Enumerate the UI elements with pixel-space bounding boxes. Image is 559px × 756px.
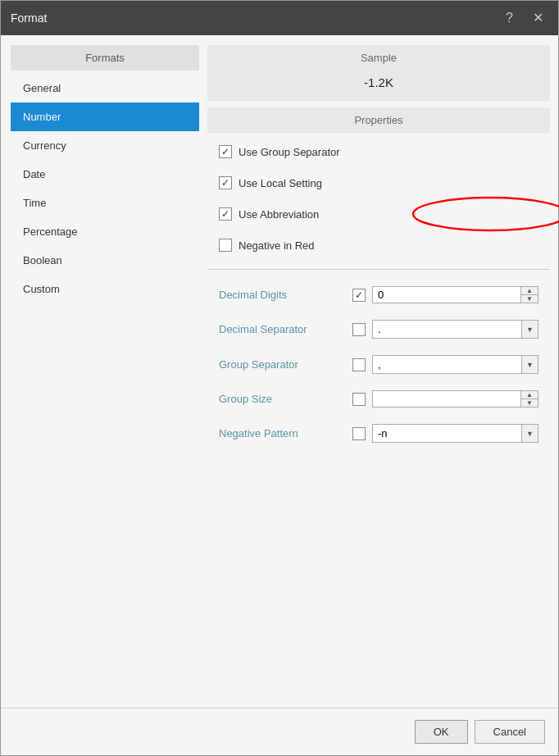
group-separator-label: Group Separator — [219, 358, 346, 371]
abbreviation-highlight — [411, 195, 559, 233]
title-bar: Format ? ✕ — [1, 1, 558, 35]
decimal-separator-control: . ▼ — [372, 320, 539, 339]
format-item-number[interactable]: Number — [11, 102, 199, 131]
dialog-footer: OK Cancel — [1, 708, 558, 755]
group-size-label: Group Size — [219, 393, 346, 405]
section-divider — [207, 269, 550, 270]
group-size-spinbox: ▲ ▼ — [372, 390, 539, 408]
checkbox-group-separator-input[interactable] — [219, 145, 232, 158]
decimal-separator-value: . — [373, 321, 521, 338]
close-button[interactable]: ✕ — [528, 10, 548, 26]
dialog-body: Formats General Number Currency Date Tim… — [1, 35, 558, 708]
negative-pattern-arrow[interactable]: ▼ — [521, 425, 538, 442]
negative-pattern-control: -n ▼ — [372, 424, 539, 443]
group-separator-checkbox[interactable] — [352, 358, 366, 371]
cancel-button[interactable]: Cancel — [475, 720, 545, 744]
checkbox-local-setting-input[interactable] — [219, 176, 232, 189]
decimal-digits-down[interactable]: ▼ — [521, 295, 538, 303]
checkbox-use-abbreviation: Use Abbreviation — [207, 202, 550, 226]
decimal-digits-up[interactable]: ▲ — [521, 287, 538, 295]
decimal-digits-input[interactable] — [373, 287, 520, 303]
checkbox-use-local-setting: Use Local Setting — [207, 171, 550, 195]
decimal-separator-dropdown: . ▼ — [372, 320, 539, 339]
negative-pattern-dropdown: -n ▼ — [372, 424, 539, 443]
group-size-arrows: ▲ ▼ — [520, 391, 538, 407]
group-size-down[interactable]: ▼ — [521, 399, 538, 407]
group-size-control: ▲ ▼ — [372, 390, 539, 408]
group-size-up[interactable]: ▲ — [521, 391, 538, 399]
decimal-digits-arrows: ▲ ▼ — [520, 287, 538, 303]
checkbox-abbreviation-input[interactable] — [219, 207, 232, 221]
format-item-currency[interactable]: Currency — [11, 131, 199, 160]
checkbox-group-separator-label: Use Group Separator — [239, 146, 340, 158]
decimal-separator-arrow[interactable]: ▼ — [521, 321, 538, 338]
group-size-checkbox[interactable] — [352, 393, 366, 406]
right-panel: Sample -1.2K Properties Use Group Separa… — [207, 45, 550, 698]
negative-pattern-value: -n — [373, 425, 521, 442]
ok-button[interactable]: OK — [415, 720, 468, 744]
group-size-input[interactable] — [373, 391, 520, 407]
format-item-time[interactable]: Time — [11, 189, 199, 217]
decimal-digits-control: ▲ ▼ — [372, 286, 539, 303]
decimal-digits-label: Decimal Digits — [219, 289, 346, 301]
sample-header: Sample — [220, 52, 537, 64]
sample-section: Sample -1.2K — [207, 45, 550, 101]
title-bar-buttons: ? ✕ — [501, 10, 548, 26]
negative-pattern-label: Negative Pattern — [219, 427, 346, 439]
svg-point-0 — [413, 198, 559, 230]
format-item-general[interactable]: General — [11, 74, 199, 102]
formats-panel: Formats General Number Currency Date Tim… — [11, 45, 199, 698]
dialog-title: Format — [11, 11, 47, 25]
decimal-digits-spinbox: ▲ ▼ — [372, 286, 539, 303]
format-item-custom[interactable]: Custom — [11, 275, 199, 303]
decimal-digits-checkbox[interactable] — [352, 289, 366, 302]
help-button[interactable]: ? — [501, 10, 518, 26]
format-item-percentage[interactable]: Percentage — [11, 217, 199, 246]
checkbox-abbreviation-label: Use Abbreviation — [239, 208, 319, 221]
formats-header: Formats — [11, 45, 199, 71]
group-separator-arrow[interactable]: ▼ — [521, 356, 538, 373]
checkbox-negative-red-input[interactable] — [219, 239, 232, 252]
format-item-date[interactable]: Date — [11, 160, 199, 189]
group-separator-dropdown: , ▼ — [372, 355, 539, 374]
checkbox-negative-red-label: Negative in Red — [239, 239, 315, 252]
group-separator-value: , — [373, 356, 521, 373]
group-separator-control: , ▼ — [372, 355, 539, 374]
negative-pattern-checkbox[interactable] — [352, 427, 366, 440]
field-row-decimal-digits: Decimal Digits ▲ ▼ — [207, 281, 550, 308]
format-item-boolean[interactable]: Boolean — [11, 246, 199, 275]
properties-header: Properties — [207, 107, 550, 133]
checkbox-use-group-separator: Use Group Separator — [207, 139, 550, 164]
field-row-group-separator: Group Separator , ▼ — [207, 350, 550, 379]
field-row-negative-pattern: Negative Pattern -n ▼ — [207, 419, 550, 448]
field-row-group-size: Group Size ▲ ▼ — [207, 385, 550, 412]
field-row-decimal-separator: Decimal Separator . ▼ — [207, 315, 550, 344]
format-dialog: Format ? ✕ Formats General Number Curren… — [0, 0, 559, 756]
checkbox-local-setting-label: Use Local Setting — [239, 177, 322, 189]
sample-value: -1.2K — [220, 71, 537, 94]
decimal-separator-checkbox[interactable] — [352, 323, 366, 336]
decimal-separator-label: Decimal Separator — [219, 323, 346, 335]
checkbox-negative-in-red: Negative in Red — [207, 233, 550, 257]
